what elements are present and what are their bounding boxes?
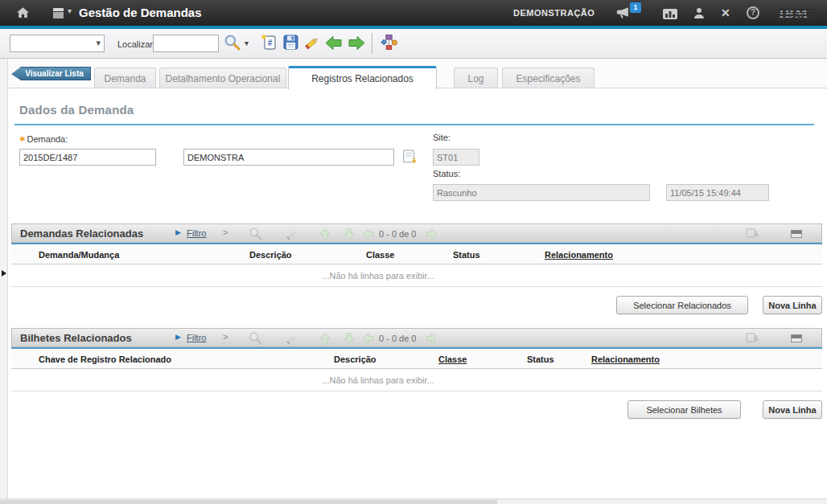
section-divider — [14, 124, 814, 125]
svg-text:#: # — [268, 39, 273, 47]
filter-expand-icon[interactable]: ▶ — [175, 228, 181, 236]
next-record-icon[interactable] — [348, 35, 365, 54]
action-select[interactable]: ▾ — [10, 35, 105, 52]
status-field — [433, 184, 650, 201]
empty-table-message: ...Não há linhas para exibir... — [11, 264, 822, 287]
clear-changes-icon[interactable] — [304, 34, 321, 54]
status-label: Status: — [433, 169, 460, 178]
page-previous-icon — [363, 333, 374, 347]
announcements-icon[interactable] — [616, 6, 630, 22]
toolbar: ▾ Localizar: ▾ # — [0, 29, 827, 59]
pagination-text: 0 - 0 de 0 — [379, 229, 416, 239]
filtro-link[interactable]: Filtro — [187, 228, 206, 238]
chevron-right-icon: > — [223, 227, 228, 237]
site-field — [433, 149, 479, 166]
find-label: Localizar: — [117, 39, 155, 49]
minimize-section-icon[interactable] — [791, 230, 802, 238]
chevron-down-icon[interactable]: ▾ — [68, 6, 72, 15]
tab-detalhamento-operacional[interactable]: Detalhamento Operacional — [159, 68, 286, 88]
empty-table-message: ...Não há linhas para exibir... — [11, 369, 822, 391]
column-header: Descrição — [334, 354, 376, 364]
ibm-logo-stripes — [779, 7, 817, 19]
table-edit-icon — [286, 227, 299, 244]
demandas-relacionadas-bar: Demandas Relacionadas ▶ Filtro > 0 - 0 d… — [11, 223, 822, 243]
tab-registros-relacionados[interactable]: Registros Relacionados — [288, 66, 437, 89]
column-header: Status — [527, 354, 554, 364]
column-header: Chave de Registro Relacionado — [39, 354, 171, 364]
sidebar-expander-icon[interactable] — [2, 270, 6, 277]
workflow-route-icon[interactable] — [380, 35, 398, 54]
search-icon[interactable] — [224, 34, 241, 54]
app-window: ▾ Gestão de Demandas DEMONSTRAÇÃO 1 ✕ ? … — [0, 0, 827, 504]
bilhetes-table-header: Chave de Registro Relacionado Descrição … — [11, 347, 822, 369]
nova-linha-button[interactable]: Nova Linha — [763, 400, 822, 419]
new-record-icon[interactable]: # — [261, 34, 278, 54]
side-collapse-rail — [0, 59, 8, 498]
view-list-button[interactable]: Visualizar Lista — [11, 67, 91, 80]
save-icon[interactable] — [283, 35, 298, 53]
bilhetes-table-title: Bilhetes Relacionados — [20, 332, 132, 344]
previous-record-icon[interactable] — [325, 35, 343, 54]
page-previous-icon — [363, 228, 374, 243]
minimize-section-icon[interactable] — [791, 334, 802, 342]
help-icon[interactable]: ? — [747, 6, 759, 19]
required-icon: ✱ — [19, 135, 26, 143]
goto-apps-icon[interactable] — [51, 7, 65, 22]
horizontal-scrollbar-thumb[interactable] — [0, 500, 497, 504]
column-header: Status — [453, 250, 480, 260]
column-header: Descrição — [249, 250, 292, 260]
reports-chart-icon[interactable] — [663, 8, 678, 23]
notification-badge: 1 — [630, 2, 641, 13]
demandas-table-header: Demanda/Mudança Descrição Classe Status … — [11, 243, 822, 264]
page-next-icon — [426, 333, 437, 347]
environment-label: DEMONSTRAÇÃO — [513, 8, 595, 18]
find-input[interactable] — [153, 35, 219, 52]
bilhetes-relacionados-bar: Bilhetes Relacionados ▶ Filtro > 0 - 0 d… — [11, 328, 822, 347]
column-header-sortable[interactable]: Classe — [438, 354, 467, 364]
chevron-down-icon: ▾ — [96, 38, 101, 48]
home-icon[interactable] — [16, 6, 30, 22]
close-icon[interactable]: ✕ — [721, 6, 730, 19]
table-edit-icon — [286, 332, 299, 349]
site-label: Site: — [433, 133, 451, 142]
tab-log[interactable]: Log — [454, 68, 498, 88]
search-menu-caret-icon[interactable]: ▾ — [245, 39, 249, 47]
tab-especificacoes[interactable]: Especificações — [502, 68, 595, 88]
filter-expand-icon[interactable]: ▶ — [175, 333, 181, 341]
table-search-icon — [249, 227, 262, 244]
demanda-input[interactable] — [19, 149, 156, 166]
column-header: Classe — [366, 250, 394, 260]
section-title: Dados da Demanda — [19, 103, 134, 117]
pagination-text: 0 - 0 de 0 — [379, 334, 416, 343]
move-up-icon — [319, 333, 331, 347]
chevron-right-icon: > — [223, 332, 228, 342]
selecionar-relacionados-button[interactable]: Selecionar Relacionados — [616, 296, 748, 314]
move-down-icon — [344, 228, 355, 243]
column-header-sortable[interactable]: Relacionamento — [591, 354, 660, 364]
move-down-icon — [344, 333, 355, 347]
move-up-icon — [319, 228, 331, 243]
selecionar-bilhetes-button[interactable]: Selecionar Bilhetes — [627, 400, 741, 419]
nova-linha-button[interactable]: Nova Linha — [763, 296, 822, 314]
toolbar-divider — [372, 33, 372, 54]
tab-bar: Visualizar Lista Demanda Detalhamento Op… — [8, 59, 827, 88]
demanda-label: ✱Demanda: — [19, 134, 68, 144]
demanda-description-input[interactable] — [183, 149, 394, 166]
column-header-sortable[interactable]: Relacionamento — [545, 250, 613, 260]
page-title: Gestão de Demandas — [79, 6, 202, 19]
horizontal-scrollbar — [0, 498, 827, 504]
long-description-icon[interactable] — [402, 150, 418, 168]
ibm-logo: IBM — [779, 6, 817, 20]
demandas-table-title: Demandas Relacionadas — [20, 227, 143, 240]
table-search-icon — [249, 331, 262, 348]
profile-icon[interactable] — [693, 7, 705, 22]
filtro-link[interactable]: Filtro — [187, 333, 206, 342]
title-bar: ▾ Gestão de Demandas DEMONSTRAÇÃO 1 ✕ ? … — [0, 0, 827, 26]
tab-demanda[interactable]: Demanda — [94, 68, 156, 88]
status-date-field — [666, 184, 769, 201]
page-next-icon — [426, 228, 437, 243]
download-icon — [746, 332, 759, 347]
download-icon — [746, 227, 759, 243]
column-header: Demanda/Mudança — [39, 250, 119, 260]
